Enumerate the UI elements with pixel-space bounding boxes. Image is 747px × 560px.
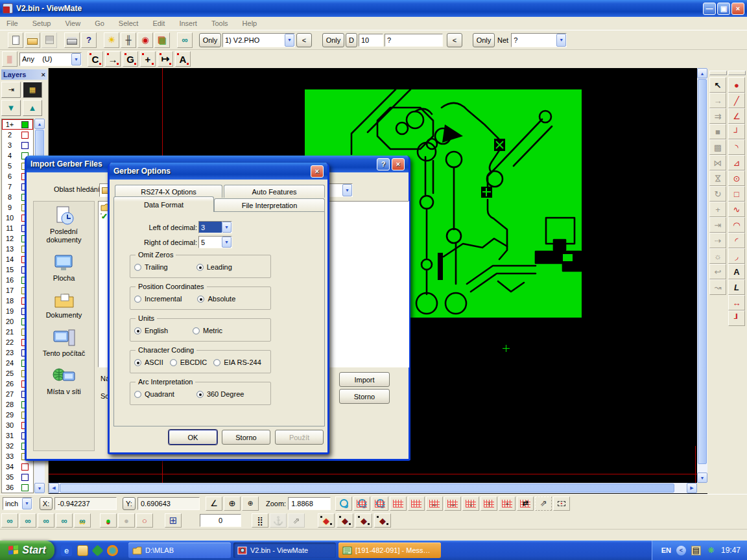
select-g-button[interactable]: G bbox=[123, 51, 138, 67]
menu-item[interactable]: File bbox=[6, 19, 18, 27]
select-next-button[interactable]: ⇉ bbox=[709, 108, 726, 124]
tab-auto-features[interactable]: Auto Features bbox=[224, 185, 325, 198]
move-to-button[interactable]: ⇥ bbox=[709, 217, 726, 233]
menu-item[interactable]: Go bbox=[95, 19, 104, 27]
separator[interactable] bbox=[58, 32, 63, 48]
circle-tool-button[interactable]: ⊙ bbox=[728, 170, 745, 186]
firefox-icon[interactable] bbox=[107, 545, 118, 556]
close-icon[interactable]: × bbox=[42, 71, 45, 78]
layer-row[interactable]: 2 bbox=[2, 130, 33, 140]
place-desktop[interactable]: Plocha bbox=[36, 253, 93, 283]
dot-grid-icon[interactable]: ⣿ bbox=[252, 513, 268, 528]
dcode-query-input[interactable]: ? bbox=[385, 34, 443, 47]
print-button[interactable] bbox=[64, 32, 80, 48]
layer-table-button[interactable]: ▦ bbox=[23, 82, 42, 98]
dimension-tool-button[interactable]: ↔ bbox=[728, 295, 745, 310]
scroll-thumb[interactable] bbox=[698, 79, 707, 464]
left-of-decimal-combo[interactable]: 3 ▼ bbox=[198, 221, 232, 233]
chevron-down-icon[interactable]: ▼ bbox=[342, 184, 352, 196]
layers-panel-header[interactable]: Layers × bbox=[1, 69, 47, 80]
layer-down-button[interactable]: ▼ bbox=[1, 100, 21, 116]
radio-metric[interactable]: Metric bbox=[193, 327, 222, 334]
view-fill-icon[interactable]: ∞ bbox=[74, 513, 91, 528]
new-file-button[interactable] bbox=[8, 32, 23, 48]
place-recent[interactable]: Poslední dokumenty bbox=[36, 205, 93, 244]
place-computer[interactable]: Tento počítač bbox=[36, 329, 93, 358]
triangle-tool-button[interactable]: ⊿ bbox=[728, 155, 745, 170]
folder-icon[interactable] bbox=[77, 545, 88, 556]
layer-combo[interactable]: 1) V2.PHO ▼ bbox=[222, 33, 295, 47]
rect-tool-button[interactable]: □ bbox=[728, 186, 745, 202]
chevron-down-icon[interactable]: ▼ bbox=[222, 222, 231, 233]
pan-right-icon[interactable]: → bbox=[444, 496, 461, 511]
select-prev-button[interactable]: → bbox=[709, 93, 726, 108]
mirror-horizontal-button[interactable]: ⋈ bbox=[709, 155, 726, 170]
select-bar-button[interactable]: ↦ bbox=[158, 51, 173, 67]
minimize-button[interactable]: — bbox=[703, 3, 716, 15]
tab-file-interpretation[interactable]: File Interpretation bbox=[214, 198, 325, 211]
any-filter-combo[interactable]: Any (U) ▼ bbox=[19, 52, 82, 66]
radio-english[interactable]: English bbox=[134, 327, 168, 334]
tab-data-format[interactable]: Data Format bbox=[113, 196, 214, 212]
pan-down-icon[interactable]: ↓ bbox=[462, 496, 479, 511]
select-a-button[interactable]: A bbox=[175, 51, 191, 67]
menu-item[interactable]: View bbox=[65, 19, 80, 27]
layer-row[interactable]: 34 bbox=[2, 461, 33, 472]
rotate-button[interactable]: ↻ bbox=[709, 186, 726, 202]
chevron-down-icon[interactable]: ▼ bbox=[285, 34, 294, 47]
open-file-button[interactable] bbox=[25, 32, 40, 48]
net-combo[interactable]: ? ▼ bbox=[511, 33, 567, 47]
start-button[interactable]: Start bbox=[0, 541, 54, 560]
layer-row[interactable]: 35 bbox=[2, 472, 33, 482]
green-book-icon[interactable] bbox=[91, 544, 103, 556]
palette-grip[interactable] bbox=[709, 71, 727, 75]
lamp-on-icon[interactable]: ● bbox=[100, 513, 117, 528]
corner-tool-button[interactable]: ┘ bbox=[728, 124, 745, 139]
scroll-up-icon[interactable]: ▲ bbox=[697, 68, 707, 78]
select-arrow-button[interactable]: → bbox=[105, 51, 121, 67]
separator[interactable] bbox=[98, 32, 102, 48]
tile-windows-icon[interactable]: ⊞ bbox=[165, 513, 182, 528]
close-button[interactable]: × bbox=[731, 3, 744, 15]
place-documents[interactable]: Dokumenty bbox=[36, 292, 93, 320]
layer-row[interactable]: 3 bbox=[2, 140, 33, 150]
view-both-icon[interactable]: ∞ bbox=[38, 513, 54, 528]
pan-up-icon[interactable]: ↑ bbox=[480, 496, 497, 511]
chevron-down-icon[interactable]: ▼ bbox=[556, 34, 566, 47]
select-region-icon[interactable]: ▪ bbox=[553, 496, 570, 511]
tray-clock[interactable]: 19:47 bbox=[721, 546, 741, 555]
view-outline-icon[interactable]: ∞ bbox=[56, 513, 73, 528]
only-dcode-button[interactable]: Only bbox=[322, 33, 344, 47]
angle-icon[interactable]: ∠ bbox=[206, 496, 222, 511]
save-file-button[interactable] bbox=[42, 32, 57, 48]
snap-origin-icon[interactable]: ⊕ bbox=[242, 496, 259, 511]
view-pads-icon[interactable]: ∞ bbox=[1, 513, 18, 528]
select-c-button[interactable]: C bbox=[88, 51, 103, 67]
menu-item[interactable]: Help bbox=[243, 19, 257, 27]
internet-explorer-icon[interactable]: e bbox=[61, 545, 72, 556]
collapse-tray-icon[interactable]: < bbox=[676, 546, 686, 555]
select-pointer-button[interactable]: ↖ bbox=[709, 77, 726, 93]
undo-shape-button[interactable]: ↩ bbox=[709, 264, 726, 279]
tab-rs274x-options[interactable]: RS274-X Options bbox=[115, 185, 222, 198]
step-repeat-button[interactable]: ⇢ bbox=[709, 233, 726, 248]
goto-icon[interactable]: ⇗ bbox=[288, 513, 305, 528]
task-viewmate[interactable]: V2.bin - ViewMate bbox=[233, 542, 336, 558]
scroll-left-icon[interactable]: ◀ bbox=[49, 483, 59, 493]
line-tool-button[interactable]: ╱ bbox=[728, 93, 745, 108]
radio-360-degree[interactable]: 360 Degree bbox=[196, 390, 244, 398]
polyline-tool-button[interactable]: ∠ bbox=[728, 108, 745, 124]
radio-ebcdic[interactable]: EBCDIC bbox=[170, 358, 208, 366]
lamp-outline-icon[interactable]: ○ bbox=[136, 513, 153, 528]
horizontal-scrollbar[interactable]: ◀ ▶ bbox=[49, 483, 697, 493]
radio-ascii[interactable]: ASCII bbox=[134, 358, 163, 366]
sine-tool-button[interactable]: ∿ bbox=[728, 202, 745, 217]
layer-colors-button[interactable]: ▤ bbox=[154, 32, 170, 48]
inspect-glasses-button[interactable]: ∞ bbox=[177, 32, 193, 48]
pad-dark-icon[interactable]: ◆ bbox=[337, 513, 353, 528]
aperture-filter-button[interactable]: ▒ bbox=[2, 51, 18, 67]
scroll-right-icon[interactable]: ▶ bbox=[687, 483, 697, 493]
cancel-button[interactable]: Storno bbox=[222, 430, 270, 445]
only-net-button[interactable]: Only bbox=[473, 33, 495, 47]
menu-item[interactable]: Setup bbox=[32, 19, 51, 27]
